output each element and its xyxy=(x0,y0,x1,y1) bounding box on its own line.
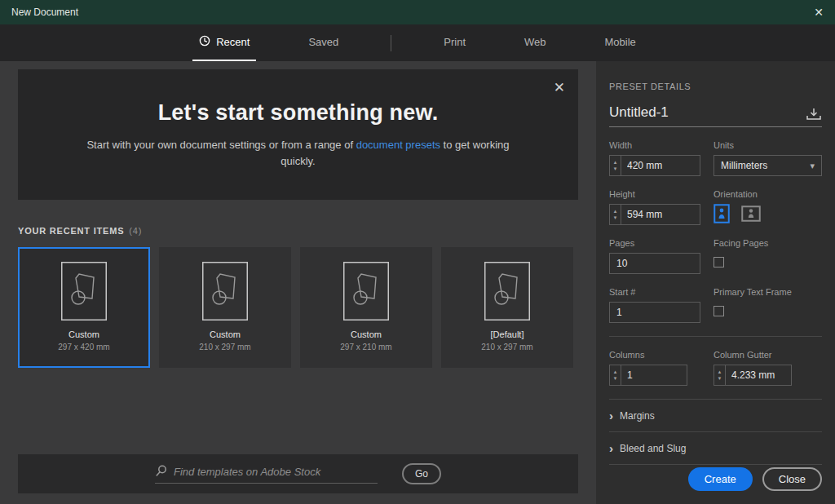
bleed-slug-section-toggle[interactable]: › Bleed and Slug xyxy=(609,432,822,464)
recent-items-grid: Custom 297 x 420 mm Custom 210 x 297 mm … xyxy=(18,247,578,368)
width-stepper-arrows[interactable]: ▲ ▼ xyxy=(610,156,621,175)
dialog-actions: Create Close xyxy=(688,467,822,491)
recent-items-heading: YOUR RECENT ITEMS(4) xyxy=(18,226,578,236)
document-placeholder-icon xyxy=(61,262,107,321)
width-input[interactable] xyxy=(621,156,700,175)
tab-saved[interactable]: Saved xyxy=(302,24,345,61)
column-gutter-label: Column Gutter xyxy=(714,350,822,360)
document-presets-link[interactable]: document presets xyxy=(356,139,440,151)
pages-label: Pages xyxy=(609,238,700,248)
start-number-label: Start # xyxy=(609,287,700,297)
recent-items-count: (4) xyxy=(129,226,142,236)
search-icon xyxy=(155,465,167,477)
hero-banner: ✕ Let's start something new. Start with … xyxy=(18,69,578,200)
tab-web[interactable]: Web xyxy=(518,24,553,61)
increment-icon[interactable]: ▲ xyxy=(613,160,618,165)
width-label: Width xyxy=(609,140,700,150)
facing-pages-checkbox[interactable] xyxy=(714,257,724,267)
section-divider xyxy=(609,336,822,337)
column-gutter-stepper: ▲ ▼ xyxy=(714,365,792,386)
save-preset-icon[interactable] xyxy=(806,108,822,121)
units-label: Units xyxy=(714,140,822,150)
close-button[interactable]: Close xyxy=(762,467,822,491)
bleed-slug-label: Bleed and Slug xyxy=(620,443,686,454)
recent-item-card[interactable]: Custom 297 x 420 mm xyxy=(18,247,150,368)
orientation-field: Orientation xyxy=(714,189,822,225)
tab-divider xyxy=(391,35,391,51)
columns-input[interactable] xyxy=(621,365,687,385)
columns-label: Columns xyxy=(609,350,700,360)
section-divider xyxy=(609,464,822,465)
search-input[interactable] xyxy=(174,466,378,478)
document-placeholder-icon xyxy=(484,262,530,321)
document-name-field[interactable]: Untitled-1 xyxy=(609,104,806,121)
hero-title: Let's start something new. xyxy=(18,69,578,126)
columns-field: Columns ▲ ▼ xyxy=(609,350,700,386)
primary-text-frame-checkbox[interactable] xyxy=(714,306,724,316)
increment-icon[interactable]: ▲ xyxy=(613,209,618,214)
pages-field: Pages xyxy=(609,238,700,274)
tab-label: Saved xyxy=(308,36,338,48)
width-stepper: ▲ ▼ xyxy=(609,155,700,176)
window-close-icon[interactable]: ✕ xyxy=(814,6,824,19)
increment-icon[interactable]: ▲ xyxy=(613,369,618,374)
units-field: Units Millimeters ▾ xyxy=(714,140,822,176)
orientation-landscape-button[interactable] xyxy=(741,206,761,222)
recent-item-size: 210 x 297 mm xyxy=(199,343,250,351)
preset-details-heading: PRESET DETAILS xyxy=(609,82,822,91)
window-title: New Document xyxy=(11,7,78,18)
recent-item-size: 297 x 210 mm xyxy=(340,343,391,351)
chevron-right-icon: › xyxy=(609,409,613,422)
preset-details-panel: PRESET DETAILS Untitled-1 Width ▲ ▼ xyxy=(596,61,835,504)
start-number-input[interactable] xyxy=(609,302,700,323)
height-input[interactable] xyxy=(621,205,700,224)
columns-stepper: ▲ ▼ xyxy=(609,365,687,386)
document-placeholder-icon xyxy=(202,262,248,321)
recent-item-card[interactable]: Custom 297 x 210 mm xyxy=(300,247,432,368)
recent-item-card[interactable]: Custom 210 x 297 mm xyxy=(159,247,291,368)
column-gutter-input[interactable] xyxy=(726,365,791,385)
tabbar: Recent Saved Print Web Mobile xyxy=(0,24,835,61)
units-value: Millimeters xyxy=(721,160,767,171)
recent-item-name: [Default] xyxy=(491,329,524,339)
units-select[interactable]: Millimeters ▾ xyxy=(714,155,822,176)
chevron-down-icon: ▾ xyxy=(810,161,815,171)
height-stepper-arrows[interactable]: ▲ ▼ xyxy=(610,205,621,224)
create-button[interactable]: Create xyxy=(688,467,753,491)
tab-label: Mobile xyxy=(605,36,636,48)
primary-text-frame-field: Primary Text Frame xyxy=(714,287,822,323)
height-field: Height ▲ ▼ xyxy=(609,189,700,225)
facing-pages-field: Facing Pages xyxy=(714,238,822,274)
columns-stepper-arrows[interactable]: ▲ ▼ xyxy=(610,365,621,385)
recent-item-name: Custom xyxy=(210,329,241,339)
hero-subtitle: Start with your own document settings or… xyxy=(78,137,519,170)
tab-print[interactable]: Print xyxy=(437,24,472,61)
width-field: Width ▲ ▼ xyxy=(609,140,700,176)
tab-label: Web xyxy=(524,36,546,48)
recent-item-name: Custom xyxy=(68,329,99,339)
hero-subtitle-text: Start with your own document settings or… xyxy=(86,139,356,151)
pages-input[interactable] xyxy=(609,253,700,274)
orientation-buttons xyxy=(714,204,822,223)
recent-item-size: 297 x 420 mm xyxy=(58,343,109,351)
start-number-field: Start # xyxy=(609,287,700,323)
hero-close-icon[interactable]: ✕ xyxy=(554,79,565,96)
primary-text-frame-label: Primary Text Frame xyxy=(714,287,822,297)
titlebar: New Document ✕ xyxy=(0,0,835,24)
decrement-icon[interactable]: ▼ xyxy=(613,215,618,220)
decrement-icon[interactable]: ▼ xyxy=(613,166,618,171)
decrement-icon[interactable]: ▼ xyxy=(613,376,618,381)
tab-mobile[interactable]: Mobile xyxy=(599,24,643,61)
chevron-right-icon: › xyxy=(609,442,613,454)
document-placeholder-icon xyxy=(343,262,389,321)
column-fields: Columns ▲ ▼ Column Gutter ▲ ▼ xyxy=(609,350,822,386)
decrement-icon[interactable]: ▼ xyxy=(718,376,722,381)
orientation-portrait-button[interactable] xyxy=(714,204,730,223)
increment-icon[interactable]: ▲ xyxy=(718,369,722,374)
tab-recent[interactable]: Recent xyxy=(192,24,256,61)
column-gutter-stepper-arrows[interactable]: ▲ ▼ xyxy=(714,365,726,385)
recent-item-card[interactable]: [Default] 210 x 297 mm xyxy=(441,247,573,368)
go-button[interactable]: Go xyxy=(402,463,441,484)
margins-section-toggle[interactable]: › Margins xyxy=(609,400,822,431)
margins-label: Margins xyxy=(620,410,655,422)
